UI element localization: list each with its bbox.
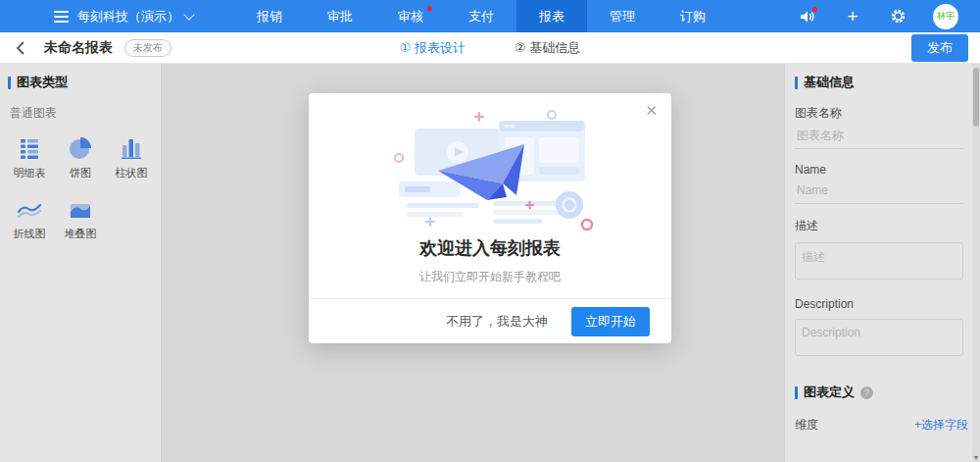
nav-item-reports[interactable]: 报表 [516, 0, 587, 32]
app-screen: 每刻科技（演示） 报销 审批 审核 支付 报表 管理 订购 + 林宇 [0, 0, 980, 462]
close-icon[interactable]: ✕ [645, 103, 658, 118]
back-button[interactable] [0, 41, 39, 55]
hamburger-menu-icon[interactable] [54, 11, 69, 23]
user-avatar[interactable]: 林宇 [933, 4, 958, 29]
skip-tutorial-button[interactable]: 不用了，我是大神 [446, 313, 548, 331]
nav-item-ordering[interactable]: 订购 [658, 0, 728, 32]
top-navbar: 每刻科技（演示） 报销 审批 审核 支付 报表 管理 订购 + 林宇 [0, 0, 980, 32]
step-basic-info[interactable]: ② 基础信息 [514, 39, 580, 57]
modal-footer: 不用了，我是大神 立即开始 [309, 298, 671, 343]
welcome-modal: ✕ [309, 93, 671, 343]
step-report-design[interactable]: ① 报表设计 [400, 39, 466, 57]
nav-item-audit[interactable]: 审核 [375, 0, 446, 32]
status-badge: 未发布 [124, 39, 172, 57]
settings-gear-icon[interactable] [888, 7, 907, 26]
chevron-down-icon [183, 9, 194, 20]
nav-item-payment[interactable]: 支付 [446, 0, 516, 32]
nav-item-approval[interactable]: 审批 [305, 0, 375, 32]
modal-subtitle: 让我们立即开始新手教程吧 [309, 269, 671, 285]
nav-item-management[interactable]: 管理 [587, 0, 658, 32]
nav-item-expense[interactable]: 报销 [234, 0, 305, 32]
nav-right: + 林宇 [798, 0, 980, 32]
report-toolbar: 未命名报表 未发布 ① 报表设计 ② 基础信息 发布 [0, 32, 980, 64]
company-name: 每刻科技（演示） [77, 8, 179, 26]
notification-dot [427, 6, 432, 11]
notification-dot [812, 7, 817, 12]
report-title: 未命名报表 [44, 39, 113, 57]
company-switcher[interactable]: 每刻科技（演示） [77, 8, 193, 26]
nav-left: 每刻科技（演示） [0, 0, 193, 32]
start-tutorial-button[interactable]: 立即开始 [571, 307, 650, 336]
nav-menu: 报销 审批 审核 支付 报表 管理 订购 [234, 0, 728, 32]
paper-plane-illustration [309, 107, 671, 232]
add-plus-icon[interactable]: + [843, 7, 862, 26]
publish-button[interactable]: 发布 [911, 34, 968, 62]
announcement-speaker-icon[interactable] [798, 7, 817, 26]
modal-title: 欢迎进入每刻报表 [309, 236, 671, 260]
